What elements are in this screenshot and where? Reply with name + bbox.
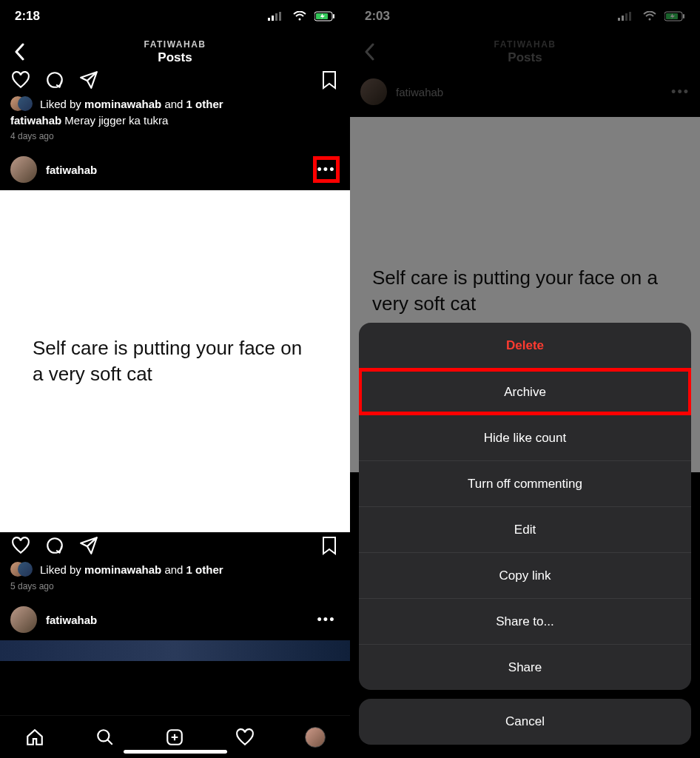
menu-cancel[interactable]: Cancel xyxy=(359,699,691,745)
comment-icon[interactable] xyxy=(44,70,65,90)
nav-title: FATIWAHAB Posts xyxy=(144,39,206,65)
post-time: 4 days ago xyxy=(0,128,350,149)
post-header: fatiwahab ••• xyxy=(0,149,350,190)
nav-header: FATIWAHAB Posts xyxy=(0,33,350,71)
svg-rect-3 xyxy=(279,12,281,21)
action-sheet: Delete Archive Hide like count Turn off … xyxy=(359,323,691,745)
heart-icon[interactable] xyxy=(10,535,31,556)
svg-rect-1 xyxy=(272,16,274,21)
post-time: 5 days ago xyxy=(0,578,350,599)
like-text: Liked by mominawahab and 1 other xyxy=(40,563,223,576)
wifi-icon xyxy=(289,6,310,27)
avatar[interactable] xyxy=(10,606,37,633)
share-icon[interactable] xyxy=(78,70,99,90)
like-bar[interactable]: Liked by mominawahab and 1 other xyxy=(0,560,350,578)
profile-tab[interactable] xyxy=(305,727,326,748)
heart-icon[interactable] xyxy=(10,70,31,90)
status-right xyxy=(264,6,335,27)
bookmark-icon[interactable] xyxy=(319,535,340,556)
menu-share[interactable]: Share xyxy=(359,644,691,690)
menu-hide-like-count[interactable]: Hide like count xyxy=(359,415,691,460)
post-actions xyxy=(0,532,350,560)
comment-icon[interactable] xyxy=(44,535,65,556)
menu-delete[interactable]: Delete xyxy=(359,323,691,369)
battery-icon xyxy=(314,6,335,27)
svg-rect-2 xyxy=(275,13,277,21)
post-username[interactable]: fatiwahab xyxy=(46,164,97,176)
post-more-button[interactable]: ••• xyxy=(313,156,340,183)
svg-rect-0 xyxy=(268,18,270,21)
like-avatars xyxy=(10,96,33,111)
svg-point-8 xyxy=(98,730,109,741)
post-caption: fatiwahab Meray jigger ka tukra xyxy=(0,113,350,128)
left-screenshot: 2:18 FATIWAHAB Posts xyxy=(0,0,350,758)
status-bar: 2:18 xyxy=(0,0,350,33)
feed[interactable]: Liked by mominawahab and 1 other fatiwah… xyxy=(0,71,350,715)
like-bar[interactable]: Liked by mominawahab and 1 other xyxy=(0,95,350,113)
post-username[interactable]: fatiwahab xyxy=(46,614,97,626)
svg-rect-7 xyxy=(333,14,334,19)
home-tab[interactable] xyxy=(24,727,45,748)
like-avatars xyxy=(10,562,33,577)
new-post-tab[interactable] xyxy=(164,727,185,748)
menu-archive[interactable]: Archive xyxy=(359,369,691,415)
menu-edit[interactable]: Edit xyxy=(359,506,691,552)
signal-icon xyxy=(264,6,285,27)
activity-tab[interactable] xyxy=(235,727,255,748)
post-image-sliver xyxy=(0,640,350,661)
share-icon[interactable] xyxy=(78,535,99,556)
post-header: fatiwahab ••• xyxy=(0,599,350,640)
nav-main-title: Posts xyxy=(144,50,206,65)
nav-subtitle: FATIWAHAB xyxy=(144,39,206,50)
menu-copy-link[interactable]: Copy link xyxy=(359,552,691,598)
post-actions xyxy=(0,67,350,95)
post-image-text: Self care is putting your face on a very… xyxy=(33,335,317,387)
avatar[interactable] xyxy=(10,156,37,183)
post-more-button[interactable]: ••• xyxy=(313,606,340,633)
svg-point-4 xyxy=(299,19,301,21)
menu-turn-off-commenting[interactable]: Turn off commenting xyxy=(359,460,691,506)
back-button[interactable] xyxy=(9,41,30,62)
search-tab[interactable] xyxy=(95,727,115,748)
post-image[interactable]: Self care is putting your face on a very… xyxy=(0,190,350,532)
action-sheet-group: Delete Archive Hide like count Turn off … xyxy=(359,323,691,690)
bookmark-icon[interactable] xyxy=(319,70,340,90)
status-time: 2:18 xyxy=(15,9,40,24)
menu-share-to[interactable]: Share to... xyxy=(359,598,691,644)
right-screenshot: 2:03 FATIWAHAB Posts fatiwahab ••• Self … xyxy=(350,0,700,758)
home-indicator xyxy=(124,750,227,754)
like-text: Liked by mominawahab and 1 other xyxy=(40,98,223,110)
